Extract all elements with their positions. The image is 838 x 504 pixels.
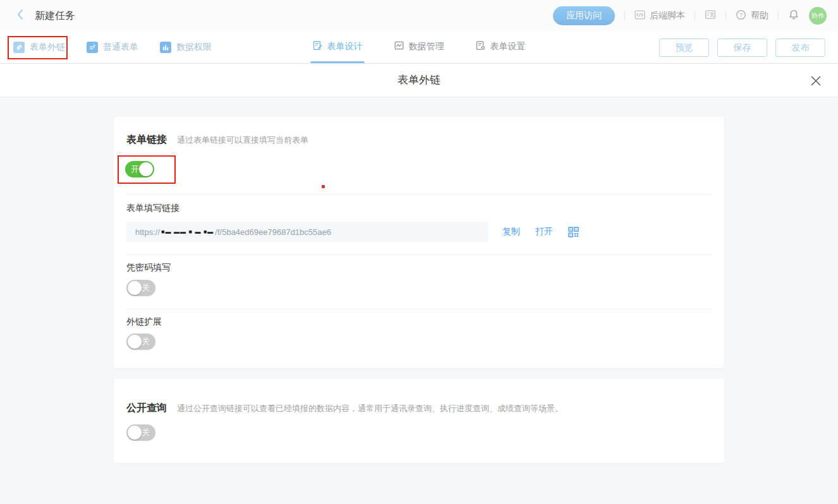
toggle-knob bbox=[139, 162, 153, 176]
chevron-left-icon bbox=[16, 9, 24, 23]
tab-normal-form[interactable]: 普通表单 bbox=[87, 42, 138, 53]
toggle-label: 关 bbox=[142, 427, 150, 438]
paperclip-icon bbox=[13, 42, 25, 53]
divider bbox=[126, 255, 712, 255]
help-label: 帮助 bbox=[751, 10, 768, 21]
top-header: 新建任务 应用访问 后端脚本 ? 帮助 bbox=[0, 0, 838, 32]
url-redacted: ■▬ ▬▬ ■ ▬ ■▬ bbox=[161, 229, 214, 235]
tab-label: 数据权限 bbox=[176, 42, 212, 53]
avatar[interactable]: 协作 bbox=[809, 7, 827, 25]
toolbar-action-buttons: 预览 保存 发布 bbox=[659, 39, 825, 57]
form-link-card: 表单链接 通过表单链接可以直接填写当前表单 开 表单填写链接 https:// … bbox=[114, 117, 724, 368]
tab-label: 表单设置 bbox=[490, 41, 526, 52]
divider bbox=[726, 11, 726, 20]
close-icon[interactable] bbox=[810, 75, 822, 87]
publish-button[interactable]: 发布 bbox=[775, 39, 825, 57]
bar-chart-icon bbox=[160, 42, 171, 53]
center-tab-group: 表单设计 数据管理 表单设置 bbox=[311, 32, 528, 63]
page-title: 新建任务 bbox=[35, 9, 75, 23]
public-query-card: 公开查询 通过公开查询链接可以查看已经填报的数据内容，通常用于通讯录查询、执行进… bbox=[114, 379, 724, 463]
toolbar: 表单外链 普通表单 数据权限 表单设计 bbox=[0, 32, 838, 64]
document-gear-icon bbox=[476, 40, 486, 52]
backend-script-button[interactable]: 后端脚本 bbox=[635, 9, 685, 22]
save-button[interactable]: 保存 bbox=[717, 39, 767, 57]
document-pencil-icon bbox=[313, 40, 323, 52]
open-link[interactable]: 打开 bbox=[535, 226, 553, 237]
public-query-card-header: 公开查询 通过公开查询链接可以查看已经填报的数据内容，通常用于通讯录查询、执行进… bbox=[126, 402, 563, 415]
divider bbox=[126, 194, 712, 195]
url-actions: 复制 打开 bbox=[502, 222, 579, 242]
code-icon bbox=[635, 9, 645, 22]
tab-label: 表单外链 bbox=[30, 42, 65, 53]
preview-button[interactable]: 预览 bbox=[659, 39, 709, 57]
toggle-label: 关 bbox=[142, 336, 150, 347]
divider bbox=[624, 11, 625, 20]
tab-label: 数据管理 bbox=[409, 41, 444, 52]
app-access-button[interactable]: 应用访问 bbox=[553, 6, 615, 25]
contacts-button[interactable] bbox=[705, 9, 716, 23]
toggle-knob bbox=[128, 335, 142, 349]
divider bbox=[695, 11, 695, 20]
modal-title-bar: 表单外链 bbox=[0, 64, 838, 97]
url-path: /f/5ba4ed69ee79687d1bc55ae6 bbox=[215, 227, 331, 237]
form-link-toggle[interactable]: 开 bbox=[125, 161, 154, 177]
link-extension-toggle[interactable]: 关 bbox=[126, 333, 155, 350]
form-link-card-header: 表单链接 通过表单链接可以直接填写当前表单 bbox=[126, 133, 308, 147]
document-icon bbox=[87, 42, 98, 53]
notification-button[interactable] bbox=[788, 9, 799, 23]
page: 新建任务 应用访问 后端脚本 ? 帮助 bbox=[0, 0, 838, 504]
chart-square-icon bbox=[394, 40, 404, 52]
public-query-toggle[interactable]: 关 bbox=[126, 424, 155, 441]
qr-code-icon[interactable] bbox=[568, 227, 579, 237]
fill-link-label: 表单填写链接 bbox=[126, 203, 179, 214]
help-button[interactable]: ? 帮助 bbox=[736, 9, 768, 22]
password-fill-toggle[interactable]: 关 bbox=[126, 280, 155, 296]
header-actions: 应用访问 后端脚本 ? 帮助 bbox=[553, 6, 827, 25]
divider bbox=[778, 11, 779, 20]
annotation-dot bbox=[322, 185, 325, 188]
password-fill-label: 凭密码填写 bbox=[126, 262, 171, 273]
divider bbox=[126, 309, 712, 309]
toggle-knob bbox=[128, 281, 142, 295]
toggle-label: 开 bbox=[131, 164, 139, 175]
left-tab-group: 表单外链 普通表单 数据权限 bbox=[13, 32, 212, 63]
card-title: 公开查询 bbox=[126, 402, 167, 415]
toggle-label: 关 bbox=[142, 282, 150, 294]
card-title: 表单链接 bbox=[126, 133, 167, 147]
svg-text:?: ? bbox=[739, 12, 743, 18]
link-extension-label: 外链扩展 bbox=[126, 316, 162, 328]
modal-title: 表单外链 bbox=[0, 64, 838, 97]
card-description: 通过表单链接可以直接填写当前表单 bbox=[177, 135, 308, 146]
tab-form-settings[interactable]: 表单设置 bbox=[474, 32, 528, 63]
tab-form-external-link[interactable]: 表单外链 bbox=[13, 42, 65, 53]
tab-data-manage[interactable]: 数据管理 bbox=[392, 32, 446, 63]
tab-form-design[interactable]: 表单设计 bbox=[311, 32, 365, 63]
form-url-input[interactable]: https:// ■▬ ▬▬ ■ ▬ ■▬ /f/5ba4ed69ee79687… bbox=[126, 222, 488, 242]
copy-link[interactable]: 复制 bbox=[502, 226, 520, 237]
tab-label: 表单设计 bbox=[327, 41, 363, 52]
bell-icon bbox=[788, 9, 799, 23]
card-description: 通过公开查询链接可以查看已经填报的数据内容，通常用于通讯录查询、执行进度查询、成… bbox=[177, 403, 563, 414]
toggle-knob bbox=[128, 426, 142, 440]
contacts-icon bbox=[705, 9, 716, 23]
question-circle-icon: ? bbox=[736, 9, 746, 22]
tab-data-permission[interactable]: 数据权限 bbox=[160, 42, 212, 53]
back-button[interactable] bbox=[16, 9, 24, 23]
tab-label: 普通表单 bbox=[103, 42, 138, 53]
backend-script-label: 后端脚本 bbox=[650, 10, 685, 21]
url-prefix: https:// bbox=[135, 227, 160, 237]
